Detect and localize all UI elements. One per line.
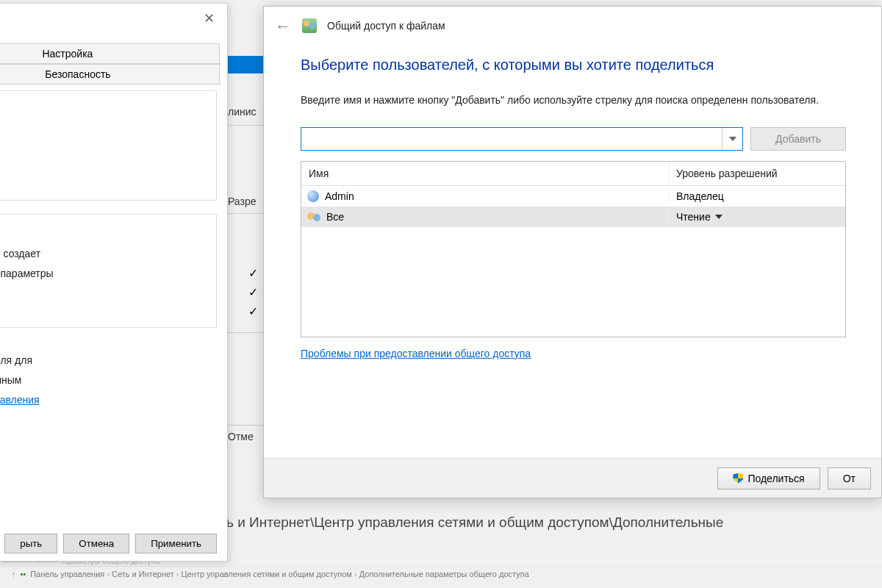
table-row[interactable]: AdminВладелец — [301, 186, 845, 207]
tab-security[interactable]: Безопасность — [0, 64, 220, 84]
cancel-button[interactable]: Отмена — [63, 534, 129, 553]
shield-icon — [733, 473, 743, 484]
group-text: файлам и папкам — [0, 103, 207, 118]
file-sharing-wizard: ← Общий доступ к файлам Выберите пользов… — [263, 6, 882, 498]
wizard-heading: Выберите пользователей, с которыми вы хо… — [301, 57, 846, 74]
breadcrumb: ↑ •• Панель управления › Сеть и Интернет… — [0, 570, 882, 578]
breadcrumb-item[interactable]: Панель управления — [30, 570, 104, 578]
breadcrumb-separator: › — [352, 570, 359, 578]
table-header: Имя Уровень разрешений — [301, 162, 845, 186]
row-permission-label: Владелец — [676, 190, 724, 202]
check-icon: ✓ — [248, 304, 258, 318]
group-text: ательские разрешения, создает — [0, 246, 207, 262]
column-permission[interactable]: Уровень разрешений — [669, 162, 845, 185]
chevron-down-icon[interactable] — [722, 128, 742, 150]
up-arrow-icon[interactable]: ↑ — [12, 570, 16, 578]
bg-divider — [228, 332, 263, 333]
add-button[interactable]: Добавить — [750, 127, 846, 151]
bg-fragment: Разре — [228, 196, 257, 207]
group-text: ругие дополнительные параметры — [0, 266, 207, 282]
wizard-cancel-button[interactable]: От — [828, 467, 871, 490]
wizard-title: Общий доступ к файлам — [327, 20, 445, 32]
share-button[interactable]: Поделиться — [717, 467, 820, 490]
group-text: т доступ к папкам, доступным — [0, 373, 208, 388]
row-permission-cell: Владелец — [669, 190, 845, 202]
group-text: бщего доступа — [0, 226, 207, 242]
users-group-icon — [307, 211, 320, 223]
properties-dialog: ✕ и Настройка оступ Безопасность файлам … — [0, 3, 228, 562]
breadcrumb-separator: › — [104, 570, 112, 578]
properties-tabs: и Настройка оступ Безопасность — [0, 43, 221, 87]
divider — [0, 566, 882, 567]
breadcrumb-item[interactable]: Дополнительные параметры общего доступа — [359, 570, 529, 578]
tab-customize[interactable]: Настройка — [0, 43, 220, 63]
breadcrumb-separator: › — [174, 570, 182, 578]
close-icon[interactable]: ✕ — [199, 10, 218, 29]
group-text: туп — [0, 140, 207, 156]
bg-selection-bar — [226, 56, 263, 74]
users-table: Имя Уровень разрешений AdminВладелецВсеЧ… — [301, 161, 846, 337]
breadcrumb-item[interactable]: Сеть и Интернет — [112, 570, 174, 578]
share-button-label: Поделиться — [747, 473, 804, 484]
bg-divider — [228, 125, 263, 126]
row-permission-cell[interactable]: Чтение — [669, 211, 845, 223]
bg-fragment: линис — [228, 106, 257, 118]
properties-footer: рыть Отмена Применить — [0, 534, 217, 553]
user-entry-row: Добавить — [301, 127, 846, 151]
user-icon — [307, 190, 319, 202]
row-name-label: Admin — [325, 190, 354, 202]
network-center-link[interactable]: Центр управления — [0, 394, 40, 406]
bg-divider — [228, 213, 263, 214]
apply-button[interactable]: Применить — [135, 534, 217, 553]
wizard-instruction: Введите имя и нажмите кнопку "Добавить" … — [301, 93, 846, 108]
address-path: ь и Интернет\Центр управления сетями и о… — [226, 514, 723, 531]
properties-body: файлам и папкам туп бщего доступа ательс… — [0, 90, 217, 517]
close-button[interactable]: рыть — [4, 534, 57, 553]
table-row[interactable]: ВсеЧтение — [301, 207, 845, 227]
check-icon: ✓ — [248, 285, 258, 299]
wizard-footer: Поделиться От — [264, 458, 881, 498]
troubleshoot-link[interactable]: Проблемы при предоставлении общего досту… — [301, 348, 531, 359]
row-name-cell: Все — [301, 211, 669, 223]
user-combobox[interactable] — [301, 127, 743, 151]
file-sharing-icon — [302, 18, 317, 33]
row-name-cell: Admin — [301, 190, 669, 202]
bg-fragment: Отме — [228, 431, 254, 442]
back-arrow-icon[interactable]: ← — [274, 17, 292, 35]
network-sharing-group: файлам и папкам туп — [0, 90, 217, 201]
row-permission-label: Чтение — [676, 211, 711, 223]
wizard-body: Выберите пользователей, с которыми вы хо… — [264, 43, 881, 365]
group-text: ие учетной записи и пароля для — [0, 353, 208, 368]
chevron-down-icon[interactable] — [715, 215, 723, 219]
user-input[interactable] — [301, 128, 722, 150]
advanced-sharing-group: бщего доступа ательские разрешения, созд… — [0, 214, 217, 328]
group-text: о можно через Центр управления — [0, 392, 208, 408]
breadcrumb-item[interactable]: Центр управления сетями и общим доступом — [182, 570, 352, 578]
row-name-label: Все — [326, 211, 344, 223]
bg-divider — [228, 425, 263, 426]
column-name[interactable]: Имя — [301, 162, 669, 185]
wizard-header: ← Общий доступ к файлам — [264, 7, 881, 43]
check-icon: ✓ — [248, 266, 258, 280]
password-protection-group: ие учетной записи и пароля для т доступ … — [0, 341, 217, 444]
